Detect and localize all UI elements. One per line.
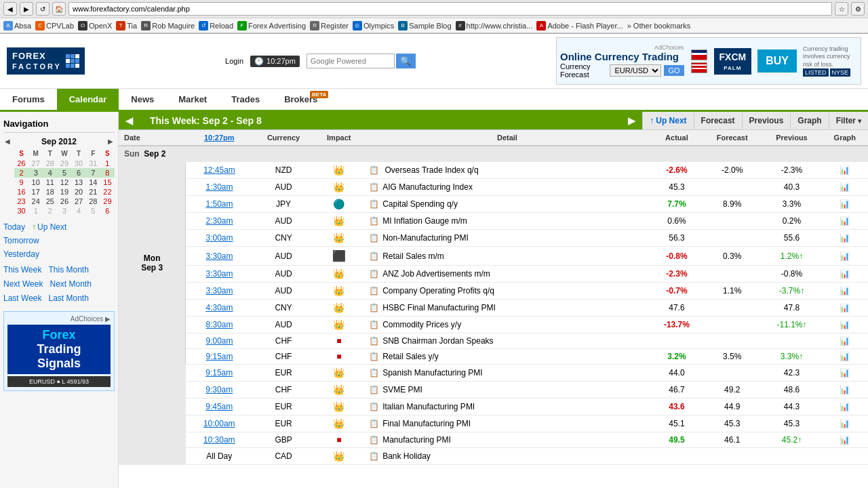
graph-icon[interactable]: 📊 [840,251,850,261]
bookmark-openx[interactable]: O OpenX [78,21,112,30]
ad-go-button[interactable]: GO [664,65,684,76]
cal-cell[interactable]: 5 [86,206,100,216]
detail-icon[interactable]: 📋 [369,182,379,192]
event-graph[interactable]: 📊 [822,432,868,448]
time-link[interactable]: 3:00am [206,233,233,243]
week-num-5[interactable] [3,197,14,206]
star-button[interactable]: ☆ [835,2,848,16]
graph-icon[interactable]: 📊 [840,385,850,394]
bookmark-sample-blog[interactable]: B Sample Blog [398,21,451,30]
graph-icon[interactable]: 📊 [840,336,850,346]
refresh-button[interactable]: ↺ [36,2,50,16]
cal-cell[interactable]: 21 [86,187,100,197]
event-graph[interactable]: 📊 [822,300,868,317]
detail-icon[interactable]: 📋 [369,402,379,411]
cal-cell[interactable]: 3 [28,168,43,178]
detail-icon[interactable]: 📋 [369,216,379,226]
cal-cell[interactable]: 8 [100,168,115,178]
bookmark-rob[interactable]: R Rob Maguire [141,21,195,30]
event-graph[interactable]: 📊 [822,196,868,213]
next-month-link[interactable]: Next Month [50,278,91,290]
event-graph[interactable]: 📊 [822,399,868,415]
ad-pair-select[interactable]: EUR/USDGBP/USDUSD/JPY [610,64,661,77]
time-link[interactable]: 3:30am [206,269,233,279]
detail-icon[interactable]: 📋 [369,336,379,346]
cal-cell[interactable]: 20 [72,187,86,197]
graph-icon[interactable]: 📊 [840,320,850,329]
nav-market[interactable]: Market [166,89,219,110]
cal-cell[interactable]: 14 [86,178,100,187]
event-graph[interactable]: 📊 [822,162,868,179]
time-link[interactable]: 9:15am [205,368,233,378]
week-num-6[interactable] [3,206,14,216]
cal-cell[interactable]: 5 [57,168,71,178]
event-graph[interactable]: 📊 [822,317,868,333]
home-button[interactable]: 🏠 [52,2,66,16]
cal-cell[interactable]: 16 [14,187,28,197]
col-time[interactable]: 10:27pm [186,130,253,146]
graph-icon[interactable]: 📊 [840,216,850,226]
cal-cell[interactable]: 13 [72,178,86,187]
event-graph[interactable]: 📊 [822,179,868,196]
detail-icon[interactable]: 📋 [369,233,379,243]
bookmark-olympics[interactable]: ◎ Olympics [353,21,394,30]
cal-cell[interactable]: 9 [14,178,28,187]
graph-icon[interactable]: 📊 [840,233,850,243]
event-graph[interactable]: 📊 [822,283,868,300]
time-link[interactable]: 9:15am [206,352,233,361]
cal-cell[interactable]: 31 [86,159,100,168]
address-bar[interactable] [68,2,832,16]
cal-cell[interactable]: 27 [28,159,43,168]
event-graph[interactable]: 📊 [822,382,868,399]
nav-calendar[interactable]: Calendar [57,89,119,110]
graph-icon[interactable]: 📊 [840,199,850,209]
login-link[interactable]: Login [225,57,243,65]
cal-cell[interactable]: 29 [100,197,115,206]
detail-icon[interactable]: 📋 [369,251,379,261]
search-input[interactable] [307,54,395,68]
event-graph[interactable]: 📊 [822,266,868,283]
site-logo[interactable]: FOREXFACTORY [7,47,85,75]
detail-icon[interactable]: 📋 [369,286,379,296]
week-num-3[interactable] [3,178,14,187]
graph-icon[interactable]: 📊 [840,182,850,192]
event-graph[interactable]: 📊 [822,349,868,365]
tomorrow-link[interactable]: Tomorrow [3,235,115,247]
bookmark-reload[interactable]: ↺ Reload [199,21,233,30]
nav-forums[interactable]: Forums [0,89,57,110]
cal-prev-button[interactable]: ◀ [3,136,12,146]
this-week-link[interactable]: This Week [3,264,41,276]
graph-action-button[interactable]: Graph [790,113,828,129]
time-link[interactable]: 12:45am [203,165,235,175]
bookmark-tia[interactable]: T Tia [116,21,137,30]
detail-icon[interactable]: 📋 [369,165,379,175]
cal-cell[interactable]: 29 [57,159,71,168]
search-button[interactable]: 🔍 [396,54,416,68]
detail-icon[interactable]: 📋 [369,419,379,428]
cal-prev-week-button[interactable]: ◀ [119,112,140,129]
nav-brokers[interactable]: BrokersBETA [272,89,330,110]
cal-cell[interactable]: 1 [28,206,43,216]
cal-cell[interactable]: 25 [43,197,57,206]
detail-icon[interactable]: 📋 [369,385,379,394]
bookmark-adobe[interactable]: A Adobe - Flash Player... [536,21,623,30]
detail-icon[interactable]: 📋 [369,269,379,279]
event-graph[interactable]: 📊 [822,415,868,432]
cal-cell[interactable]: 22 [100,187,115,197]
previous-action-button[interactable]: Previous [742,113,791,129]
detail-icon[interactable]: 📋 [369,199,379,209]
cal-cell[interactable]: 30 [14,206,28,216]
back-button[interactable]: ◀ [3,2,17,16]
graph-icon[interactable]: 📊 [840,165,850,175]
yesterday-link[interactable]: Yesterday [3,248,115,260]
cal-cell[interactable]: 30 [72,159,86,168]
event-graph[interactable]: 📊 [822,247,868,266]
week-num-2[interactable] [3,168,14,178]
week-num-4[interactable] [3,187,14,197]
detail-icon[interactable]: 📋 [369,435,379,445]
last-week-link[interactable]: Last Week [3,292,41,304]
week-num-1[interactable] [3,159,14,168]
time-link[interactable]: 10:30am [203,435,235,445]
time-link[interactable]: 8:30am [206,320,233,329]
filter-button[interactable]: Filter ▾ [829,113,868,129]
